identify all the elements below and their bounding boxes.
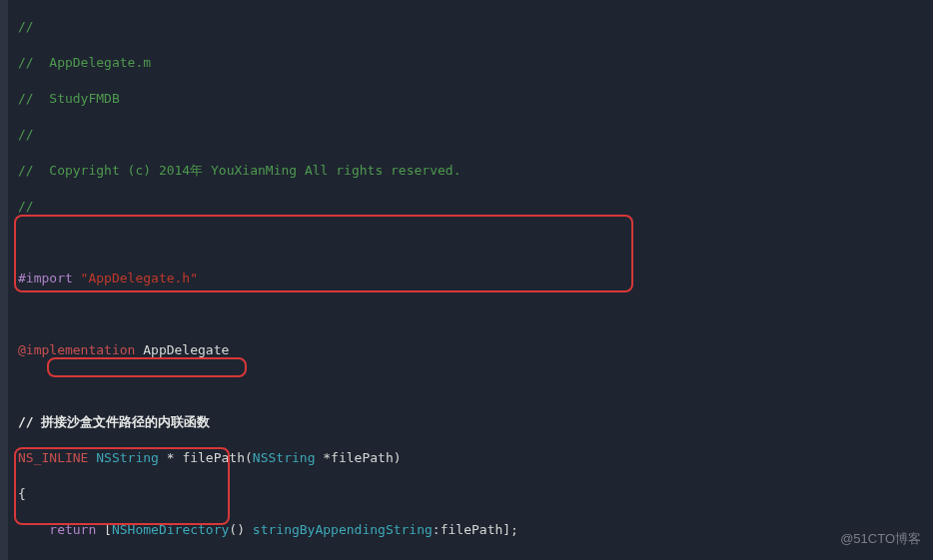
- star: *: [159, 450, 182, 465]
- header-string: "AppDelegate.h": [73, 271, 198, 285]
- code-line: // AppDelegate.m: [10, 54, 933, 72]
- tail: :filePath];: [433, 522, 518, 537]
- brace: {: [18, 486, 26, 501]
- function-name: filePath: [182, 450, 245, 465]
- comment-prefix: //: [18, 91, 49, 106]
- nshomedirectory-call: NSHomeDirectory: [112, 522, 229, 537]
- ns-inline-macro: NS_INLINE: [18, 450, 88, 465]
- file-name: AppDelegate.m: [49, 55, 151, 70]
- code-line: // Copyright (c) 2014年 YouXianMing All r…: [10, 162, 933, 180]
- comment: //: [18, 127, 34, 142]
- code-editor: // // AppDelegate.m // StudyFMDB // // C…: [0, 0, 933, 560]
- code-line: [10, 377, 933, 395]
- code-line: [10, 305, 933, 323]
- code-line: NS_INLINE NSString * filePath(NSString *…: [10, 449, 933, 467]
- code-line: // 拼接沙盒文件路径的内联函数: [10, 413, 933, 431]
- comment-prefix: //: [18, 163, 49, 178]
- project-name: StudyFMDB: [49, 91, 119, 106]
- comment: //: [18, 19, 34, 34]
- code-line: //: [10, 126, 933, 144]
- return-type: NSString: [88, 450, 158, 465]
- return-keyword: return: [49, 522, 96, 537]
- class-name: AppDelegate: [135, 342, 229, 357]
- comment-prefix: //: [18, 55, 49, 70]
- code-line: @implementation AppDelegate: [10, 341, 933, 359]
- indent: [18, 522, 49, 537]
- arg-name: *filePath): [315, 450, 401, 465]
- import-directive: #import: [18, 271, 73, 285]
- comment: //: [18, 199, 34, 214]
- implementation-keyword: @implementation: [18, 342, 135, 357]
- code-line: //: [10, 18, 933, 36]
- code-line: {: [10, 485, 933, 503]
- code-line: //: [10, 198, 933, 216]
- paren: (): [229, 522, 252, 537]
- code-line: [10, 234, 933, 252]
- string-append-message: stringByAppendingString: [253, 522, 433, 537]
- watermark-text: @51CTO博客: [840, 530, 921, 548]
- arg-type: NSString: [253, 450, 316, 465]
- code-line: return [NSHomeDirectory() stringByAppend…: [10, 521, 933, 539]
- copyright-text: Copyright (c) 2014年 YouXianMing All righ…: [49, 163, 461, 178]
- code-line: #import "AppDelegate.h": [10, 270, 933, 287]
- comment-heading: // 拼接沙盒文件路径的内联函数: [18, 414, 210, 429]
- code-line: // StudyFMDB: [10, 90, 933, 108]
- bracket: [: [96, 522, 112, 537]
- paren: (: [245, 450, 253, 465]
